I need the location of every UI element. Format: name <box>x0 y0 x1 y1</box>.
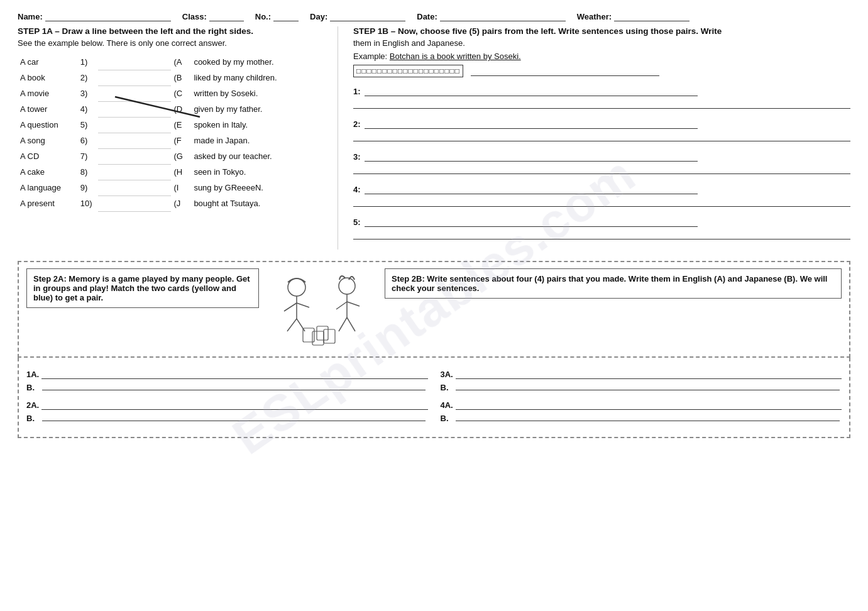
match-line-cell[interactable] <box>98 117 172 133</box>
matching-row: A tower 4) (D given by my father. <box>18 101 325 117</box>
match-line-cell[interactable] <box>98 164 172 180</box>
step2-image-area <box>259 268 385 350</box>
num-cell: 3) <box>78 85 98 101</box>
match-line-cell[interactable] <box>98 195 172 211</box>
letter-cell: (E <box>171 117 191 133</box>
svg-line-11 <box>339 317 347 331</box>
step2-writing: 1A. B. 2A. B. 3A. B. 4A. <box>26 369 842 431</box>
step2-b-line[interactable] <box>456 380 840 390</box>
answer-japanese-row <box>353 197 850 207</box>
matching-row: A question 5) (E spoken in Italy. <box>18 117 325 133</box>
desc-cell: written by Soseki. <box>191 85 325 101</box>
date-label: Date: <box>417 12 437 21</box>
step2-a-row: 1A. <box>26 369 428 379</box>
answer-num: 3: <box>353 152 361 162</box>
answer-japanese-line[interactable] <box>353 164 850 174</box>
step2-b-line[interactable] <box>42 411 426 421</box>
letter-cell: (G <box>171 148 191 164</box>
class-field: Class: <box>182 11 244 21</box>
desc-cell: sung by GReeeeN. <box>191 180 325 195</box>
step1a-instruction1: Draw a line between the left and the rig… <box>62 26 254 36</box>
step2-section: Step 2A: Memory is a game played by many… <box>18 261 850 358</box>
desc-cell: cooked by my mother. <box>191 54 325 70</box>
step1a-instruction2: See the example below. There is only one… <box>18 38 325 48</box>
step2-a-line[interactable] <box>41 369 427 379</box>
answer-num: 1: <box>353 87 361 96</box>
weather-line[interactable] <box>614 11 689 21</box>
answer-num: 2: <box>353 119 361 129</box>
desc-cell: spoken in Italy. <box>191 117 325 133</box>
step2-a-line[interactable] <box>41 400 427 410</box>
answer-english-line[interactable] <box>365 217 698 227</box>
svg-line-3 <box>284 303 297 311</box>
match-line-cell[interactable] <box>98 70 172 85</box>
header-row: Name: Class: No.: Day: Date: Weather: <box>18 11 850 21</box>
match-line-cell[interactable] <box>98 85 172 101</box>
match-line-cell[interactable] <box>98 148 172 164</box>
step2-a-label: 1A. <box>26 370 39 379</box>
answer-english-row: 1: <box>353 86 850 96</box>
step1b-title: STEP 1B – Now, choose five (5) pairs fro… <box>353 26 850 36</box>
no-line[interactable] <box>273 11 299 21</box>
answer-japanese-line[interactable] <box>353 197 850 207</box>
num-cell: 6) <box>78 133 98 148</box>
step2-a-label: 3A. <box>441 370 453 379</box>
match-line-cell[interactable] <box>98 101 172 117</box>
step2-b-row: B. <box>441 411 842 423</box>
desc-cell: given by my father. <box>191 101 325 117</box>
step2-b-line[interactable] <box>42 380 426 390</box>
match-line-cell[interactable] <box>98 54 172 70</box>
answer-num: 4: <box>353 185 361 194</box>
step2-a-row: 3A. <box>441 369 842 379</box>
answer-english-row: 4: <box>353 184 850 194</box>
answer-english-line[interactable] <box>365 151 698 162</box>
answer-japanese-line[interactable] <box>353 229 850 239</box>
svg-rect-14 <box>317 326 328 340</box>
answer-english-line[interactable] <box>365 86 698 96</box>
example-text: Botchan is a book written by Soseki. <box>390 52 521 61</box>
step1b-label: STEP 1B <box>353 26 388 36</box>
step2-b-line[interactable] <box>456 411 840 421</box>
svg-line-9 <box>336 302 347 309</box>
step2-col-right: 3A. B. 4A. B. <box>441 369 842 431</box>
letter-cell: (D <box>171 101 191 117</box>
num-cell: 2) <box>78 70 98 85</box>
step2-writing-row: 1A. B. <box>26 369 428 392</box>
answer-japanese-line[interactable] <box>353 131 850 141</box>
answer-japanese-row <box>353 164 850 174</box>
match-line-cell[interactable] <box>98 133 172 148</box>
letter-cell: (I <box>171 180 191 195</box>
desc-cell: bought at Tsutaya. <box>191 195 325 211</box>
letter-cell: (B <box>171 70 191 85</box>
answer-item: 4: <box>353 184 850 207</box>
answer-english-line[interactable] <box>365 184 698 194</box>
svg-point-1 <box>288 278 305 296</box>
step2b-title: Step 2B: <box>392 274 425 283</box>
step2-a-line[interactable] <box>456 369 842 379</box>
desc-cell: made in Japan. <box>191 133 325 148</box>
date-line[interactable] <box>440 11 566 21</box>
class-line[interactable] <box>209 11 244 21</box>
desc-cell: seen in Tokyo. <box>191 164 325 180</box>
num-cell: 4) <box>78 101 98 117</box>
answer-english-line[interactable] <box>365 119 698 129</box>
step2-a-row: 2A. <box>26 400 428 410</box>
svg-line-5 <box>287 319 297 331</box>
num-cell: 7) <box>78 148 98 164</box>
step2-b-label: B. <box>26 383 35 392</box>
match-line-cell[interactable] <box>98 180 172 195</box>
day-line[interactable] <box>330 11 405 21</box>
noun-cell: A language <box>18 180 78 195</box>
class-label: Class: <box>182 12 207 21</box>
step2-a-line[interactable] <box>456 400 842 410</box>
matching-table: A car 1) (A cooked by my mother. A book … <box>18 54 325 212</box>
left-panel: STEP 1A – Draw a line between the left a… <box>18 26 338 250</box>
step2a-box: Step 2A: Memory is a game played by many… <box>26 268 259 308</box>
name-line[interactable] <box>45 11 171 21</box>
answer-japanese-line[interactable] <box>353 99 850 109</box>
example-row: Example: Botchan is a book written by So… <box>353 52 850 61</box>
name-label: Name: <box>18 12 43 21</box>
step2-a-label: 2A. <box>26 400 39 410</box>
letter-cell: (A <box>171 54 191 70</box>
weather-field: Weather: <box>577 11 689 21</box>
